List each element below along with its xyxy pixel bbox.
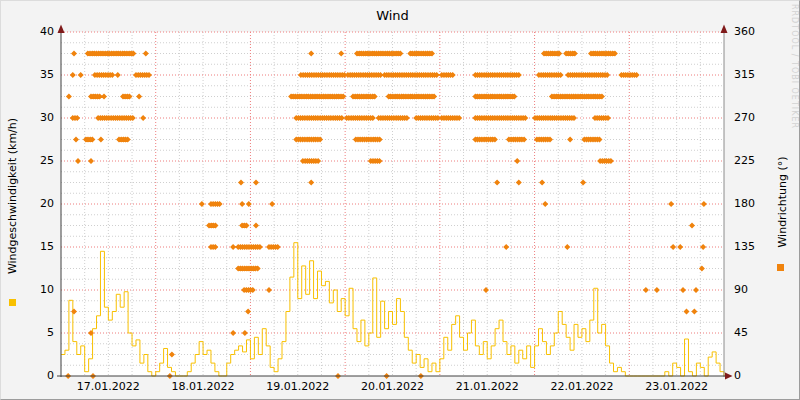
x-axis-date-label: 19.01.2022 xyxy=(253,380,343,393)
x-axis-date-label: 22.01.2022 xyxy=(537,380,627,393)
right-axis-tick: 315 xyxy=(734,69,779,81)
left-axis-tick: 20 xyxy=(1,198,54,210)
left-axis-tick: 15 xyxy=(1,241,54,253)
right-axis-tick: 0 xyxy=(734,370,779,382)
left-axis-tick: 5 xyxy=(1,327,54,339)
right-axis-tick: 135 xyxy=(734,241,779,253)
x-axis-date-label: 21.01.2022 xyxy=(442,380,532,393)
x-axis-date-label: 23.01.2022 xyxy=(632,380,722,393)
wind-chart: Wind Windgeschwindigkeit (km/h) Windrich… xyxy=(0,0,800,400)
left-axis-tick: 10 xyxy=(1,284,54,296)
left-axis-arrow xyxy=(58,25,65,34)
left-axis-tick: 35 xyxy=(1,69,54,81)
right-axis-tick: 225 xyxy=(734,155,779,167)
right-axis-tick: 270 xyxy=(734,112,779,124)
chart-title: Wind xyxy=(1,8,784,23)
x-axis-arrow xyxy=(725,373,733,380)
rrdtool-watermark: RRDTOOL / TOBI OETIKER xyxy=(790,4,799,129)
direction-legend-swatch xyxy=(777,264,784,271)
left-axis-tick: 25 xyxy=(1,155,54,167)
plot-area xyxy=(1,1,800,400)
x-axis-date-label: 20.01.2022 xyxy=(348,380,438,393)
right-axis-tick: 180 xyxy=(734,198,779,210)
speed-legend-swatch xyxy=(9,299,16,306)
left-axis-tick: 40 xyxy=(1,26,54,38)
left-axis-tick: 0 xyxy=(1,370,54,382)
left-axis-tick: 30 xyxy=(1,112,54,124)
right-axis-tick: 90 xyxy=(734,284,779,296)
x-axis-date-label: 18.01.2022 xyxy=(158,380,248,393)
right-axis-arrow xyxy=(721,25,728,34)
x-axis-date-label: 17.01.2022 xyxy=(63,380,153,393)
right-axis-tick: 360 xyxy=(734,26,779,38)
right-axis-tick: 45 xyxy=(734,327,779,339)
